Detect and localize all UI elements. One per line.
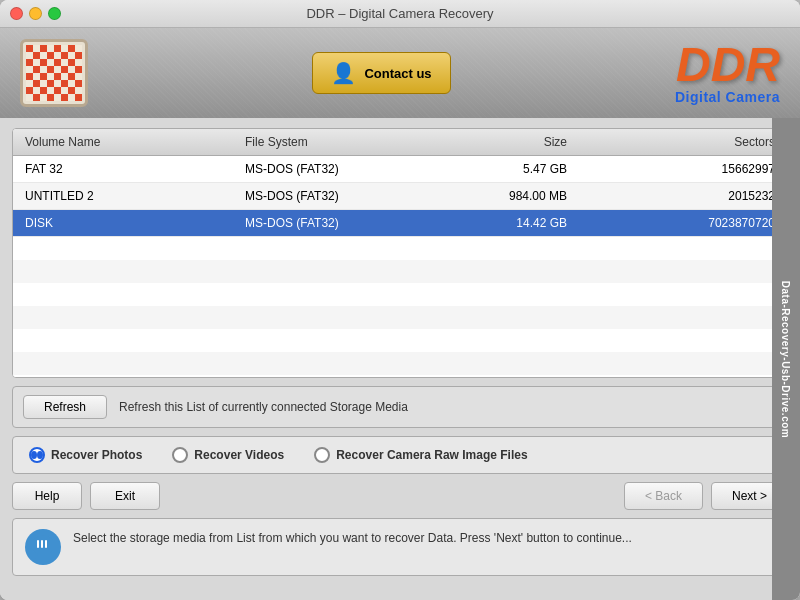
- svg-rect-10: [40, 59, 47, 66]
- svg-rect-21: [33, 80, 40, 87]
- cell-sectors: 15662997: [571, 160, 779, 178]
- svg-rect-13: [33, 66, 40, 73]
- svg-rect-9: [26, 59, 33, 66]
- radio-videos-circle: [172, 447, 188, 463]
- cell-fs: MS-DOS (FAT32): [241, 214, 441, 232]
- svg-rect-30: [47, 94, 54, 101]
- recovery-options-bar: Recover Photos Recover Videos Recover Ca…: [12, 436, 788, 474]
- svg-rect-18: [40, 73, 47, 80]
- svg-rect-32: [75, 94, 82, 101]
- header: 👤 Contact us DDR Digital Camera: [0, 28, 800, 118]
- checkerboard-icon: [26, 45, 82, 101]
- col-file-system: File System: [241, 133, 441, 151]
- radio-photos-label: Recover Photos: [51, 448, 142, 462]
- svg-rect-14: [47, 66, 54, 73]
- table-row[interactable]: UNTITLED 2 MS-DOS (FAT32) 984.00 MB 2015…: [13, 183, 787, 210]
- svg-rect-24: [75, 80, 82, 87]
- titlebar: DDR – Digital Camera Recovery: [0, 0, 800, 28]
- svg-rect-1: [26, 45, 33, 52]
- svg-rect-11: [54, 59, 61, 66]
- svg-rect-26: [40, 87, 47, 94]
- close-button[interactable]: [10, 7, 23, 20]
- col-sectors: Sectors: [571, 133, 779, 151]
- ddr-logo: DDR Digital Camera: [675, 41, 780, 105]
- drives-table: Volume Name File System Size Sectors FAT…: [12, 128, 788, 378]
- svg-rect-31: [61, 94, 68, 101]
- svg-rect-17: [26, 73, 33, 80]
- refresh-description: Refresh this List of currently connected…: [119, 400, 408, 414]
- svg-rect-6: [47, 52, 54, 59]
- svg-rect-22: [47, 80, 54, 87]
- radio-videos[interactable]: Recover Videos: [172, 447, 284, 463]
- radio-videos-label: Recover Videos: [194, 448, 284, 462]
- svg-rect-23: [61, 80, 68, 87]
- svg-rect-37: [45, 540, 47, 548]
- help-button[interactable]: Help: [12, 482, 82, 510]
- maximize-button[interactable]: [48, 7, 61, 20]
- cell-sectors: 7023870720: [571, 214, 779, 232]
- watermark: Data-Recovery-Usb-Drive.com: [772, 118, 800, 600]
- refresh-button[interactable]: Refresh: [23, 395, 107, 419]
- main-content: Data-Recovery-Usb-Drive.com Volume Name …: [0, 118, 800, 600]
- col-size: Size: [441, 133, 571, 151]
- radio-photos[interactable]: Recover Photos: [29, 447, 142, 463]
- radio-raw-label: Recover Camera Raw Image Files: [336, 448, 527, 462]
- cell-volume-name: DISK: [21, 214, 241, 232]
- svg-rect-5: [33, 52, 40, 59]
- cell-volume-name: FAT 32: [21, 160, 241, 178]
- radio-raw-circle: [314, 447, 330, 463]
- svg-rect-25: [26, 87, 33, 94]
- svg-rect-19: [54, 73, 61, 80]
- table-body: FAT 32 MS-DOS (FAT32) 5.47 GB 15662997 U…: [13, 156, 787, 377]
- window-title: DDR – Digital Camera Recovery: [306, 6, 493, 21]
- chat-icon: [28, 532, 58, 562]
- svg-rect-20: [68, 73, 75, 80]
- info-icon: [25, 529, 61, 565]
- svg-rect-15: [61, 66, 68, 73]
- watermark-text: Data-Recovery-Usb-Drive.com: [781, 280, 792, 437]
- svg-rect-3: [54, 45, 61, 52]
- main-window: DDR – Digital Camera Recovery: [0, 0, 800, 600]
- col-volume-name: Volume Name: [21, 133, 241, 151]
- exit-button[interactable]: Exit: [90, 482, 160, 510]
- svg-rect-35: [37, 540, 39, 548]
- radio-photos-circle: [29, 447, 45, 463]
- app-logo: [20, 39, 88, 107]
- svg-rect-2: [40, 45, 47, 52]
- table-row[interactable]: DISK MS-DOS (FAT32) 14.42 GB 7023870720: [13, 210, 787, 237]
- refresh-bar: Refresh Refresh this List of currently c…: [12, 386, 788, 428]
- bottom-navigation: Help Exit < Back Next >: [12, 474, 788, 518]
- svg-rect-29: [33, 94, 40, 101]
- cell-size: 5.47 GB: [441, 160, 571, 178]
- contact-label: Contact us: [364, 66, 431, 81]
- ddr-subtitle: Digital Camera: [675, 89, 780, 105]
- contact-button[interactable]: 👤 Contact us: [312, 52, 450, 94]
- contact-icon: 👤: [331, 61, 356, 85]
- window-controls: [10, 7, 61, 20]
- cell-fs: MS-DOS (FAT32): [241, 187, 441, 205]
- cell-volume-name: UNTITLED 2: [21, 187, 241, 205]
- cell-size: 14.42 GB: [441, 214, 571, 232]
- back-button[interactable]: < Back: [624, 482, 703, 510]
- cell-size: 984.00 MB: [441, 187, 571, 205]
- info-bar: Select the storage media from List from …: [12, 518, 788, 576]
- svg-rect-28: [68, 87, 75, 94]
- svg-rect-4: [68, 45, 75, 52]
- svg-rect-8: [75, 52, 82, 59]
- svg-rect-7: [61, 52, 68, 59]
- svg-rect-12: [68, 59, 75, 66]
- empty-rows: [13, 237, 787, 377]
- ddr-title: DDR: [675, 41, 780, 89]
- cell-sectors: 2015232: [571, 187, 779, 205]
- info-message: Select the storage media from List from …: [73, 529, 632, 547]
- svg-rect-27: [54, 87, 61, 94]
- table-header: Volume Name File System Size Sectors: [13, 129, 787, 156]
- svg-rect-16: [75, 66, 82, 73]
- radio-raw[interactable]: Recover Camera Raw Image Files: [314, 447, 527, 463]
- table-row[interactable]: FAT 32 MS-DOS (FAT32) 5.47 GB 15662997: [13, 156, 787, 183]
- minimize-button[interactable]: [29, 7, 42, 20]
- cell-fs: MS-DOS (FAT32): [241, 160, 441, 178]
- svg-rect-36: [41, 540, 43, 548]
